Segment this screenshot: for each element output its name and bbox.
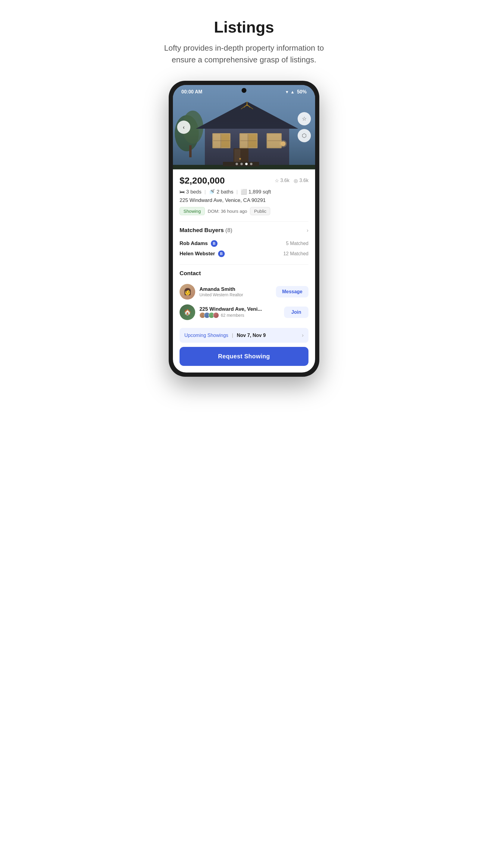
member-avatars — [199, 312, 219, 318]
agent-contact-row: 👩 Amanda Smith United Western Realtor Me… — [180, 281, 308, 302]
group-info: 🏠 225 Windward Ave, Veni... 62 members — [180, 304, 262, 320]
buyer-2-name: Helen Webster — [180, 251, 215, 257]
matched-buyers-section: Matched Buyers (8) › Rob Adams B 5 Match… — [173, 221, 315, 264]
upcoming-left: Upcoming Showings | Nov 7, Nov 9 — [184, 333, 266, 338]
share-button[interactable]: ⬡ — [298, 129, 311, 142]
page-subtitle: Lofty provides in-depth property informa… — [154, 42, 334, 66]
image-actions: ☆ ⬡ — [298, 112, 311, 142]
buyer-name-2: Helen Webster B — [180, 250, 225, 257]
views-stat: ◎ 3.6k — [294, 178, 308, 184]
buyer-row-2: Helen Webster B 12 Matched — [180, 249, 308, 259]
saves-stat: ☆ 3.6k — [275, 178, 290, 184]
signal-icon: ▲ — [290, 90, 295, 94]
join-button[interactable]: Join — [284, 307, 308, 318]
star-icon: ☆ — [275, 178, 279, 184]
views-count: 3.6k — [299, 178, 308, 183]
dot-4 — [250, 163, 253, 165]
status-icons: ▾ ▲ 50% — [286, 89, 307, 95]
separator-dot: | — [232, 333, 233, 338]
buyer-name-1: Rob Adams B — [180, 240, 218, 247]
buyers-count: (8) — [225, 227, 232, 233]
group-details: 225 Windward Ave, Veni... 62 members — [199, 306, 262, 318]
dot-1 — [235, 163, 238, 165]
property-price: $2,200,000 — [180, 176, 225, 186]
property-address: 225 Windward Ave, Venice, CA 90291 — [180, 197, 308, 204]
property-image: ‹ ☆ ⬡ — [173, 85, 315, 169]
upcoming-chevron: › — [302, 332, 304, 338]
eye-icon: ◎ — [294, 178, 298, 184]
agent-info: 👩 Amanda Smith United Western Realtor — [180, 284, 243, 300]
buyer-row-1: Rob Adams B 5 Matched — [180, 239, 308, 249]
buyer-1-name: Rob Adams — [180, 241, 208, 247]
favorite-button[interactable]: ☆ — [298, 112, 311, 125]
request-showing-button[interactable]: Request Showing — [180, 347, 308, 366]
bath-icon: 🚿 — [209, 189, 215, 195]
camera-notch — [241, 88, 247, 93]
contact-section: Contact 👩 Amanda Smith United Western Re… — [173, 265, 315, 328]
members-count: 62 members — [221, 313, 244, 318]
property-card: $2,200,000 ☆ 3.6k ◎ 3.6k 🛏 3 beds | — [173, 169, 315, 221]
contact-title: Contact — [180, 270, 308, 277]
buyer-2-badge: B — [218, 250, 225, 257]
upcoming-label: Upcoming Showings — [184, 333, 228, 338]
dot-3 — [245, 163, 248, 165]
status-tag: Showing — [180, 207, 205, 215]
sqft-icon: ⬜ — [241, 189, 247, 195]
image-dots — [235, 163, 253, 165]
wifi-icon: ▾ — [286, 90, 288, 94]
buyer-2-matched: 12 Matched — [283, 251, 308, 256]
matched-buyers-header[interactable]: Matched Buyers (8) › — [180, 227, 308, 234]
buyer-1-matched: 5 Matched — [286, 241, 308, 246]
beds-value: 3 beds — [186, 189, 201, 195]
beds-baths-row: 🛏 3 beds | 🚿 2 baths | ⬜ 1,899 sqft — [180, 189, 308, 195]
member-4 — [213, 312, 219, 318]
page-title: Listings — [154, 18, 334, 36]
saves-count: 3.6k — [281, 178, 290, 183]
phone-frame: 00:00 AM ▾ ▲ 50% — [169, 81, 319, 377]
request-showing-container: Request Showing — [173, 347, 315, 373]
visibility-tag: Public — [250, 207, 270, 215]
group-members-row: 62 members — [199, 312, 262, 318]
group-contact-row: 🏠 225 Windward Ave, Veni... 62 members — [180, 302, 308, 322]
agent-avatar: 👩 — [180, 284, 195, 300]
agent-company: United Western Realtor — [199, 292, 243, 297]
upcoming-showings-bar[interactable]: Upcoming Showings | Nov 7, Nov 9 › — [180, 328, 308, 343]
battery-status: 50% — [297, 89, 307, 95]
buyer-1-badge: B — [211, 240, 218, 247]
status-time: 00:00 AM — [181, 89, 202, 95]
bed-icon: 🛏 — [180, 189, 185, 195]
matched-buyers-title: Matched Buyers (8) — [180, 227, 232, 234]
image-overlay — [173, 85, 315, 169]
buyers-chevron: › — [307, 227, 308, 234]
upcoming-dates: Nov 7, Nov 9 — [237, 333, 266, 338]
message-button[interactable]: Message — [276, 286, 308, 298]
dom-tag: DOM: 36 hours ago — [208, 209, 247, 214]
page-header: Listings Lofty provides in-depth propert… — [154, 18, 334, 66]
price-row: $2,200,000 ☆ 3.6k ◎ 3.6k — [180, 176, 308, 186]
agent-name: Amanda Smith — [199, 286, 243, 292]
sqft-value: 1,899 sqft — [249, 189, 271, 195]
baths-value: 2 baths — [217, 189, 233, 195]
group-address: 225 Windward Ave, Veni... — [199, 306, 262, 312]
back-button[interactable]: ‹ — [177, 121, 190, 134]
phone-screen: 00:00 AM ▾ ▲ 50% — [173, 85, 315, 373]
dot-2 — [240, 163, 243, 165]
property-stats: ☆ 3.6k ◎ 3.6k — [275, 178, 309, 184]
group-avatar: 🏠 — [180, 304, 195, 320]
agent-details: Amanda Smith United Western Realtor — [199, 286, 243, 297]
tags-row: Showing DOM: 36 hours ago Public — [180, 207, 308, 215]
